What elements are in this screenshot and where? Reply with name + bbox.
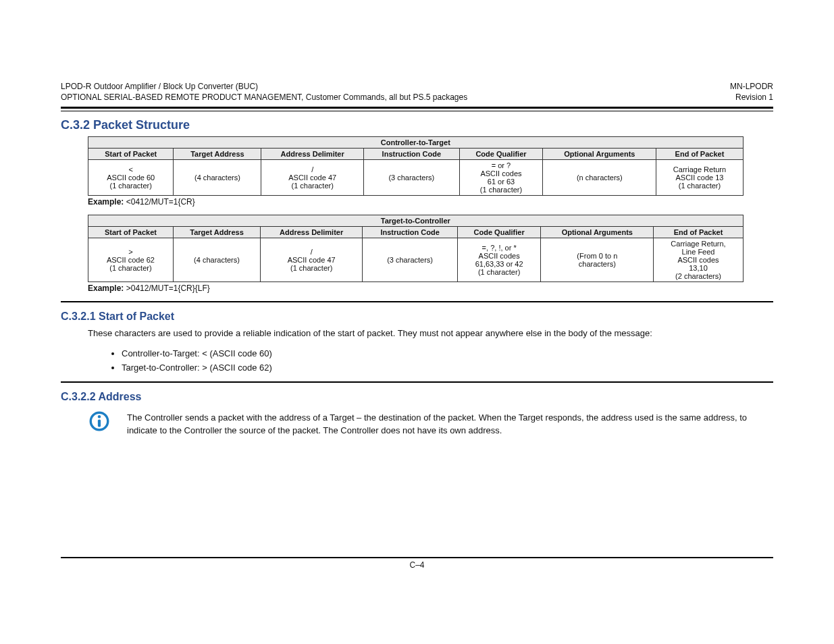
table1-h4: Code Qualifier bbox=[459, 149, 543, 160]
table2-h0: Start of Packet bbox=[88, 227, 174, 238]
table2-c2: / ASCII code 47 (1 character) bbox=[261, 238, 363, 282]
table2-body-row: > ASCII code 62 (1 character) (4 charact… bbox=[88, 238, 744, 282]
table1-group-title: Controller-to-Target bbox=[88, 137, 744, 149]
table2-header-row: Start of Packet Target Address Address D… bbox=[88, 227, 744, 238]
header-right-line2: Revision 1 bbox=[730, 92, 773, 103]
table1-h1: Target Address bbox=[174, 149, 261, 160]
page-header: LPOD-R Outdoor Amplifier / Block Up Conv… bbox=[61, 81, 773, 103]
start-of-packet-bullets: Controller-to-Target: < (ASCII code 60) … bbox=[108, 347, 773, 375]
info-icon bbox=[88, 410, 111, 435]
example1-value: <0412/MUT=1{CR} bbox=[124, 197, 194, 207]
section-heading: C.3.2 Packet Structure bbox=[61, 118, 773, 132]
bullet-controller-to-target: Controller-to-Target: < (ASCII code 60) bbox=[122, 347, 773, 360]
packet-table-controller-to-target: Controller-to-Target Start of Packet Tar… bbox=[88, 136, 744, 196]
table2-c0: > ASCII code 62 (1 character) bbox=[88, 238, 174, 282]
table2-h3: Instruction Code bbox=[363, 227, 458, 238]
table1-c0: < ASCII code 60 (1 character) bbox=[88, 160, 174, 196]
table1-h3: Instruction Code bbox=[363, 149, 459, 160]
subsection-heading-address: C.3.2.2 Address bbox=[61, 391, 773, 403]
table1-h5: Optional Arguments bbox=[543, 149, 656, 160]
table2-c3: (3 characters) bbox=[363, 238, 458, 282]
start-of-packet-paragraph: These characters are used to provide a r… bbox=[88, 327, 773, 340]
packet-table-target-to-controller: Target-to-Controller Start of Packet Tar… bbox=[88, 215, 744, 282]
table2-c4: =, ?, !, or * ASCII codes 61,63,33 or 42… bbox=[458, 238, 541, 282]
table1-c4: = or ? ASCII codes 61 or 63 (1 character… bbox=[459, 160, 543, 196]
bullet-target-to-controller: Target-to-Controller: > (ASCII code 62) bbox=[122, 361, 773, 375]
page-number: C–4 bbox=[409, 560, 424, 570]
table1-header-row: Start of Packet Target Address Address D… bbox=[88, 149, 744, 160]
example2-label: Example: bbox=[88, 284, 124, 293]
example1-label: Example: bbox=[88, 197, 124, 207]
table2-c5: (From 0 to n characters) bbox=[541, 238, 654, 282]
subsection-heading-start-of-packet: C.3.2.1 Start of Packet bbox=[61, 311, 773, 323]
document-page: LPOD-R Outdoor Amplifier / Block Up Conv… bbox=[0, 0, 834, 644]
table2-h5: Optional Arguments bbox=[541, 227, 654, 238]
table2-h6: End of Packet bbox=[654, 227, 743, 238]
header-left-line1: LPOD-R Outdoor Amplifier / Block Up Conv… bbox=[61, 81, 467, 92]
table1-body-row: < ASCII code 60 (1 character) (4 charact… bbox=[88, 160, 744, 196]
table1-c2: / ASCII code 47 (1 character) bbox=[261, 160, 364, 196]
subsection-rule-1 bbox=[61, 301, 773, 302]
address-paragraph: The Controller sends a packet with the a… bbox=[127, 411, 773, 437]
table1-c6: Carriage Return ASCII code 13 (1 charact… bbox=[656, 160, 743, 196]
table1-c5: (n characters) bbox=[543, 160, 656, 196]
table2-c6: Carriage Return, Line Feed ASCII codes 1… bbox=[654, 238, 743, 282]
header-rule bbox=[61, 107, 773, 111]
example2-value: >0412/MUT=1{CR}{LF} bbox=[124, 284, 209, 293]
subsection-rule-2 bbox=[61, 381, 773, 383]
header-right: MN-LPODR Revision 1 bbox=[730, 81, 773, 103]
table2-h1: Target Address bbox=[173, 227, 260, 238]
example-2: Example: >0412/MUT=1{CR}{LF} bbox=[88, 284, 773, 293]
header-left-line2: OPTIONAL SERIAL-BASED REMOTE PRODUCT MAN… bbox=[61, 92, 467, 103]
address-info-row: The Controller sends a packet with the a… bbox=[88, 407, 773, 444]
header-right-line1: MN-LPODR bbox=[730, 81, 773, 92]
table2-c1: (4 characters) bbox=[173, 238, 260, 282]
page-footer: C–4 bbox=[61, 557, 773, 570]
table1-h6: End of Packet bbox=[656, 149, 743, 160]
table1-c3: (3 characters) bbox=[363, 160, 459, 196]
table1-h2: Address Delimiter bbox=[261, 149, 364, 160]
table1-c1: (4 characters) bbox=[174, 160, 261, 196]
table1-h0: Start of Packet bbox=[88, 149, 174, 160]
header-left: LPOD-R Outdoor Amplifier / Block Up Conv… bbox=[61, 81, 467, 103]
table2-h2: Address Delimiter bbox=[261, 227, 363, 238]
svg-rect-2 bbox=[98, 419, 101, 427]
table2-h4: Code Qualifier bbox=[458, 227, 541, 238]
example-1: Example: <0412/MUT=1{CR} bbox=[88, 197, 773, 207]
svg-point-1 bbox=[98, 415, 101, 418]
table2-group-title: Target-to-Controller bbox=[88, 215, 744, 227]
